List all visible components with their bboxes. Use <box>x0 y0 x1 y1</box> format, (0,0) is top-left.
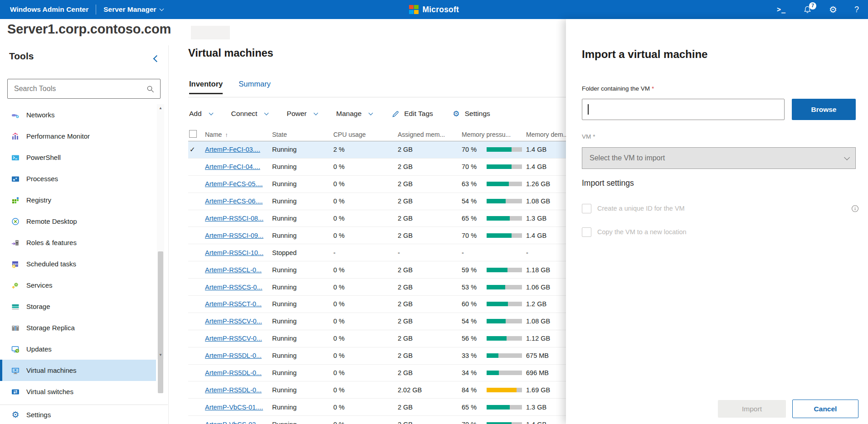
vm-name-link[interactable]: ArtemP-FeCI-03.... <box>205 146 260 153</box>
cancel-button[interactable]: Cancel <box>792 400 858 418</box>
vm-name-link[interactable]: ArtemP-RS5DL-0... <box>205 386 262 394</box>
column-memory-pressure[interactable]: Memory pressu... <box>462 131 526 138</box>
vm-name-link[interactable]: ArtemP-RS5CV-0... <box>205 335 262 342</box>
toolbar-connect-button[interactable]: Connect <box>231 110 268 118</box>
settings-gear-icon[interactable]: ⚙ <box>829 5 837 14</box>
vm-name-link[interactable]: ArtemP-RS5DL-0... <box>205 352 262 359</box>
notifications-bell-icon[interactable]: 7 <box>803 5 812 14</box>
scroll-down-icon[interactable]: ▼ <box>157 352 164 358</box>
memory-pressure-bar <box>487 199 522 203</box>
sidebar-item-label: Services <box>26 281 53 289</box>
scheduled-tasks-icon <box>11 260 20 268</box>
help-icon[interactable]: ? <box>854 5 859 14</box>
sidebar-item-roles-features[interactable]: Roles & features <box>0 232 156 253</box>
vm-state: Running <box>272 300 333 308</box>
select-all-checkbox[interactable] <box>189 130 197 138</box>
vm-name-link[interactable]: ArtemP-FeCS-05.... <box>205 180 263 188</box>
vm-name-link[interactable]: ArtemP-VbCS-01.... <box>205 404 263 411</box>
search-input[interactable] <box>13 84 146 93</box>
vm-select[interactable]: Select the VM to import <box>582 147 856 169</box>
sidebar-item-powershell[interactable]: PowerShell <box>0 147 156 168</box>
solution-menu[interactable]: Server Manager <box>103 5 163 14</box>
vm-state: Running <box>272 198 333 205</box>
vm-name-link[interactable]: ArtemP-RS5CS-0... <box>205 284 263 291</box>
vm-cpu: 0 % <box>333 300 398 308</box>
vm-cpu: 2 % <box>333 146 398 153</box>
tab-inventory[interactable]: Inventory <box>189 80 223 94</box>
scrollbar-thumb[interactable] <box>158 251 163 393</box>
vm-name-link[interactable]: ArtemP-RS5CI-09... <box>205 232 263 239</box>
sidebar-item-processes[interactable]: Processes <box>0 168 156 189</box>
browse-button[interactable]: Browse <box>792 99 856 120</box>
memory-pressure-bar <box>487 182 522 186</box>
vm-cpu: 0 % <box>333 335 398 342</box>
vm-name-link[interactable]: ArtemP-RS5CI-08... <box>205 215 263 222</box>
sidebar-item-performance-monitor[interactable]: Performance Monitor <box>0 125 156 147</box>
sidebar-item-virtual-switches[interactable]: Virtual switches <box>0 381 156 402</box>
vm-assigned-memory: 2 GB <box>398 335 462 342</box>
row-selected-check-icon[interactable]: ✓ <box>188 145 205 154</box>
toolbar-manage-button[interactable]: Manage <box>336 110 372 118</box>
option-label: Create a unique ID for the VM <box>597 205 685 212</box>
sidebar-item-label: Storage Replica <box>26 324 75 332</box>
collapse-sidebar-icon[interactable] <box>153 55 161 63</box>
vm-cpu: 0 % <box>333 421 398 424</box>
scroll-up-icon[interactable]: ▲ <box>157 105 164 111</box>
updates-icon <box>11 345 20 353</box>
sidebar-item-label: Performance Monitor <box>26 132 90 140</box>
sidebar-item-registry[interactable]: Registry <box>0 189 156 211</box>
folder-input[interactable] <box>582 99 785 120</box>
vm-state: Running <box>272 318 333 325</box>
vm-assigned-memory: 2 GB <box>398 198 462 205</box>
sidebar-item-networks[interactable]: Networks <box>0 104 156 125</box>
powershell-console-icon[interactable]: >_ <box>777 6 786 13</box>
vm-memory-pressure: 54 % <box>462 318 526 325</box>
virtual-switches-icon <box>11 388 20 396</box>
vm-memory-pressure: 70 % <box>462 232 526 239</box>
sidebar-item-settings[interactable]: ⚙ Settings <box>0 405 168 424</box>
vm-name-link[interactable]: ArtemP-RS5CT-0... <box>205 300 262 308</box>
column-assigned-memory[interactable]: Assigned mem... <box>398 131 462 138</box>
vm-name-link[interactable]: ArtemP-FeCI-04.... <box>205 163 260 170</box>
sidebar-item-label: Settings <box>26 411 51 419</box>
sidebar-item-remote-desktop[interactable]: Remote Desktop <box>0 211 156 232</box>
vm-assigned-memory: 2 GB <box>398 163 462 170</box>
checkbox[interactable] <box>582 204 591 213</box>
tools-search[interactable] <box>7 79 161 99</box>
sidebar-item-virtual-machines[interactable]: Virtual machines <box>0 360 156 381</box>
vm-state: Running <box>272 266 333 274</box>
toolbar-power-button[interactable]: Power <box>287 110 317 118</box>
vm-assigned-memory: 2.02 GB <box>398 386 462 394</box>
vm-name-link[interactable]: ArtemP-RS5CL-0... <box>205 266 262 274</box>
sidebar-item-storage-replica[interactable]: Storage Replica <box>0 317 156 338</box>
toolbar-edit-tags-button[interactable]: Edit Tags <box>391 110 433 118</box>
import-button[interactable]: Import <box>718 400 786 418</box>
sidebar-item-storage[interactable]: Storage <box>0 296 156 317</box>
checkbox[interactable] <box>582 227 591 237</box>
column-name[interactable]: Name ↑ <box>205 131 272 138</box>
sidebar-item-scheduled-tasks[interactable]: Scheduled tasks <box>0 253 156 275</box>
sidebar-item-updates[interactable]: Updates <box>0 338 156 360</box>
tab-summary[interactable]: Summary <box>239 80 271 94</box>
vm-state: Stopped <box>272 249 333 256</box>
remote-desktop-icon <box>11 217 20 226</box>
toolbar-settings-button[interactable]: ⚙Settings <box>452 110 490 118</box>
registry-icon <box>11 196 20 204</box>
vm-memory-pressure: - <box>462 249 526 256</box>
vm-name-link[interactable]: ArtemP-RS5DL-0... <box>205 369 262 376</box>
vm-name-link[interactable]: ArtemP-RS5CV-0... <box>205 318 262 325</box>
vm-name-link[interactable]: ArtemP-FeCS-06.... <box>205 198 263 205</box>
vm-name-link[interactable]: ArtemP-VbCS-02 <box>205 421 256 424</box>
vm-cpu: 0 % <box>333 404 398 411</box>
info-icon[interactable] <box>851 205 859 212</box>
vm-cpu: 0 % <box>333 369 398 376</box>
toolbar-add-button[interactable]: Add <box>189 110 213 118</box>
column-state[interactable]: State <box>272 131 333 138</box>
vm-name-link[interactable]: ArtemP-RS5CI-10... <box>205 249 263 256</box>
sidebar-scrollbar[interactable]: ▲ ▼ <box>157 104 164 359</box>
column-cpu-usage[interactable]: CPU usage <box>333 131 398 138</box>
tools-list: NetworksPerformance MonitorPowerShellPro… <box>0 104 156 402</box>
sidebar-item-services[interactable]: Services <box>0 275 156 296</box>
vm-assigned-memory: 2 GB <box>398 300 462 308</box>
required-marker: * <box>593 133 595 140</box>
